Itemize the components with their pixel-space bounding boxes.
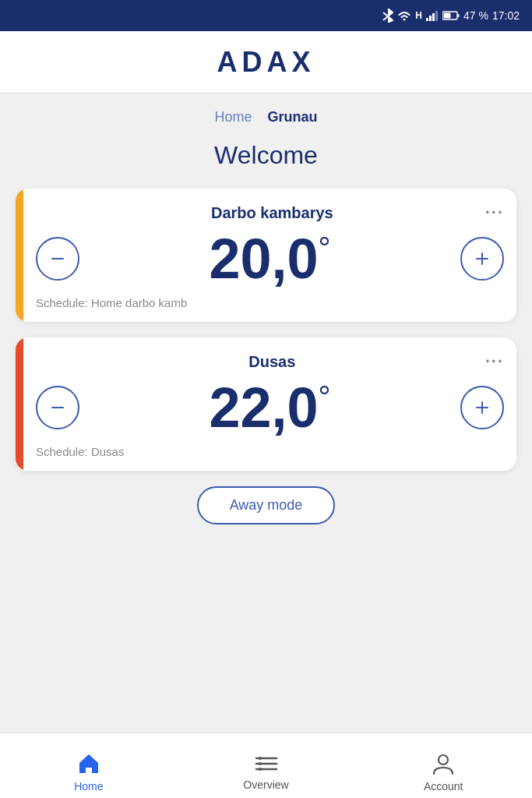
- away-mode-button[interactable]: Away mode: [197, 486, 336, 524]
- temperature-dusas: 22,0°: [79, 380, 460, 436]
- card-controls-darbo: 20,0°: [36, 231, 504, 287]
- home-icon: [77, 752, 100, 775]
- battery-percentage: 47 %: [463, 9, 488, 22]
- clock: 17:02: [492, 9, 520, 22]
- device-card-dusas: Dusas ··· 22,0° Sc: [16, 337, 516, 471]
- card-body-dusas: Dusas ··· 22,0° Sc: [23, 337, 516, 471]
- increase-btn-darbo[interactable]: [460, 237, 504, 281]
- wifi-icon: [397, 10, 411, 21]
- minus-icon-darbo: [48, 249, 67, 268]
- bluetooth-icon: [382, 9, 393, 23]
- schedule-dusas: Schedule: Dusas: [36, 445, 504, 458]
- card-header-dusas: Dusas ···: [36, 351, 504, 372]
- svg-rect-8: [458, 14, 460, 17]
- svg-line-0: [383, 12, 388, 16]
- nav-overview[interactable]: Overview: [178, 733, 355, 798]
- svg-rect-7: [444, 13, 451, 19]
- nav-home[interactable]: Home: [0, 733, 178, 798]
- schedule-darbo: Schedule: Home darbo kamb: [36, 296, 504, 309]
- breadcrumb: Home Grunau: [16, 109, 516, 125]
- card-accent-darbo: [16, 189, 23, 322]
- app-header: ADAX: [0, 31, 532, 94]
- status-bar: H 47 % 17:02: [0, 0, 532, 31]
- plus-icon-darbo: [473, 249, 491, 268]
- device-card-darbo: Darbo kambarys ··· 20,0°: [16, 189, 516, 322]
- device-name-dusas: Dusas: [59, 353, 485, 371]
- welcome-heading: Welcome: [16, 141, 516, 170]
- temperature-darbo: 20,0°: [79, 231, 460, 287]
- svg-line-1: [383, 16, 388, 20]
- svg-point-21: [439, 755, 448, 764]
- increase-btn-dusas[interactable]: [460, 386, 504, 429]
- breadcrumb-home[interactable]: Home: [214, 109, 252, 125]
- minus-icon-dusas: [48, 398, 67, 417]
- svg-rect-5: [435, 11, 438, 21]
- svg-rect-4: [432, 13, 435, 21]
- svg-rect-2: [426, 18, 428, 21]
- card-controls-dusas: 22,0°: [36, 380, 504, 436]
- card-header-darbo: Darbo kambarys ···: [36, 203, 504, 223]
- card-body-darbo: Darbo kambarys ··· 20,0°: [23, 189, 516, 322]
- plus-icon-dusas: [473, 398, 491, 417]
- breadcrumb-current[interactable]: Grunau: [268, 109, 318, 125]
- card-accent-dusas: [16, 337, 23, 471]
- network-type: H: [415, 10, 422, 21]
- nav-account[interactable]: Account: [354, 733, 532, 798]
- battery-icon: [442, 11, 460, 20]
- device-menu-darbo[interactable]: ···: [485, 203, 504, 223]
- overview-icon: [255, 754, 278, 774]
- device-name-darbo: Darbo kambarys: [59, 204, 485, 222]
- decrease-btn-darbo[interactable]: [36, 237, 79, 281]
- nav-account-label: Account: [424, 780, 463, 793]
- account-icon: [432, 752, 455, 775]
- device-menu-dusas[interactable]: ···: [485, 351, 504, 372]
- app-logo: ADAX: [217, 46, 315, 79]
- nav-overview-label: Overview: [243, 779, 288, 791]
- bottom-navigation: Home Overview Account: [0, 733, 532, 798]
- main-content: Home Grunau Welcome Darbo kambarys ··· 2…: [0, 94, 532, 733]
- status-icons: H 47 % 17:02: [382, 9, 520, 23]
- signal-icon: [426, 10, 439, 21]
- nav-home-label: Home: [74, 780, 103, 793]
- away-mode-container: Away mode: [16, 486, 516, 524]
- svg-rect-3: [429, 16, 432, 21]
- decrease-btn-dusas[interactable]: [36, 386, 79, 429]
